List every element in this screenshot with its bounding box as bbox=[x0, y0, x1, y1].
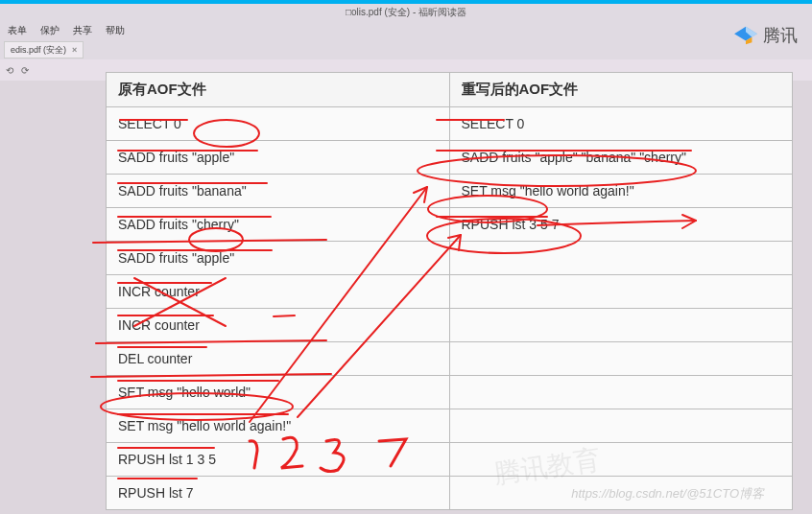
table-cell: RPUSH lst 7 bbox=[107, 477, 450, 510]
table-row: DEL counter bbox=[107, 342, 793, 376]
table-cell: SELECT 0 bbox=[107, 107, 450, 141]
table-row: SET msg "hello world again!" bbox=[107, 409, 793, 443]
tab-label: edis.pdf (安全) bbox=[11, 44, 66, 57]
menu-bar: 表单 保护 共享 帮助 bbox=[0, 21, 812, 40]
table-cell: SET msg "hello world again!" bbox=[449, 175, 793, 208]
table-cell: RPUSH lst 3 5 7 bbox=[449, 208, 793, 242]
tencent-logo: 腾讯 bbox=[732, 24, 798, 47]
menu-item-help[interactable]: 帮助 bbox=[106, 24, 125, 37]
table-cell: INCR counter bbox=[107, 275, 450, 309]
table-cell: SET msg "hello world again!" bbox=[107, 409, 450, 443]
table-row: SADD fruits "cherry"RPUSH lst 3 5 7 bbox=[107, 208, 793, 242]
table-row: SET msg "hello world" bbox=[107, 376, 793, 409]
undo-icon[interactable]: ⟲ bbox=[6, 65, 13, 76]
menu-item-protect[interactable]: 保护 bbox=[40, 24, 60, 37]
table-cell: DEL counter bbox=[107, 342, 450, 376]
table-cell bbox=[449, 275, 793, 309]
table-cell bbox=[449, 242, 793, 275]
menu-item-form[interactable]: 表单 bbox=[8, 24, 27, 37]
table-cell: SADD fruits "apple" bbox=[107, 242, 450, 275]
table-cell bbox=[449, 309, 793, 342]
redo-icon[interactable]: ⟳ bbox=[21, 65, 29, 76]
table-row: RPUSH lst 1 3 5 bbox=[107, 443, 793, 477]
table-row: SELECT 0SELECT 0 bbox=[107, 107, 793, 141]
table-cell: SET msg "hello world" bbox=[107, 376, 450, 409]
table-cell: SELECT 0 bbox=[449, 107, 793, 141]
table-row: INCR counter bbox=[107, 309, 793, 342]
table-cell: SADD fruits "banana" bbox=[107, 175, 450, 208]
logo-text: 腾讯 bbox=[763, 24, 798, 47]
tab-row: edis.pdf (安全) × bbox=[0, 40, 812, 59]
watermark-csdn: https://blog.csdn.net/@51CTO博客 bbox=[571, 485, 764, 502]
document-content: 原有AOF文件 重写后的AOF文件 SELECT 0SELECT 0SADD f… bbox=[106, 72, 793, 510]
table-cell bbox=[449, 376, 793, 409]
table-row: SADD fruits "banana"SET msg "hello world… bbox=[107, 175, 793, 208]
table-cell: SADD fruits "cherry" bbox=[107, 208, 450, 242]
window-title-bar: □olis.pdf (安全) - 福昕阅读器 bbox=[0, 4, 812, 21]
table-cell: SADD fruits "apple" bbox=[107, 141, 450, 175]
table-cell: RPUSH lst 1 3 5 bbox=[107, 443, 450, 477]
table-row: SADD fruits "apple" bbox=[107, 242, 793, 275]
close-icon[interactable]: × bbox=[72, 45, 77, 55]
table-header-row: 原有AOF文件 重写后的AOF文件 bbox=[107, 73, 793, 107]
header-rewritten: 重写后的AOF文件 bbox=[449, 73, 793, 107]
table-cell bbox=[449, 342, 793, 376]
graduation-cap-icon bbox=[732, 25, 759, 46]
menu-item-share[interactable]: 共享 bbox=[73, 24, 92, 37]
header-original: 原有AOF文件 bbox=[107, 73, 450, 107]
table-cell: INCR counter bbox=[107, 309, 450, 342]
table-cell: SADD fruits "apple" "banana" "cherry" bbox=[449, 141, 793, 175]
table-row: INCR counter bbox=[107, 275, 793, 309]
table-row: SADD fruits "apple"SADD fruits "apple" "… bbox=[107, 141, 793, 175]
tab-document[interactable]: edis.pdf (安全) × bbox=[4, 41, 84, 58]
aof-table: 原有AOF文件 重写后的AOF文件 SELECT 0SELECT 0SADD f… bbox=[106, 72, 793, 510]
table-cell bbox=[449, 409, 793, 443]
